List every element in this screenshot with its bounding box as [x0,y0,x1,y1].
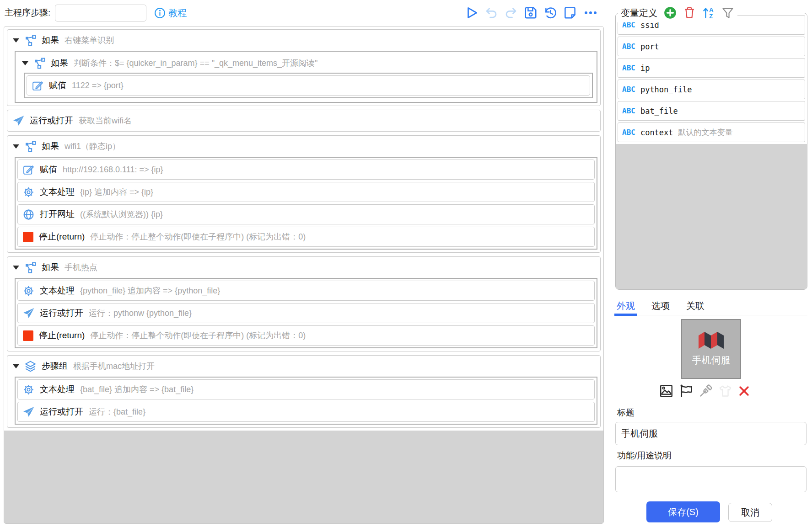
collapse-toggle-icon[interactable] [22,61,28,65]
filter-button[interactable] [721,6,734,19]
step-children: 文本处理 {bat_file} 追加内容 => {bat_file} 运行或打开… [15,377,597,425]
action-logo-icon [698,331,725,351]
collapse-toggle-icon[interactable] [13,144,19,149]
variables-panel: ABC ssid ABC port ABC ip ABC python_file… [615,13,807,290]
variable-type-badge: ABC [622,64,635,72]
collapse-toggle-icon[interactable] [13,364,19,368]
tshirt-icon[interactable] [718,384,732,398]
step-run-open[interactable]: 运行或打开 运行：{bat_file} [17,402,595,422]
steps-list: 如果 右键菜单识别 如果 判断条件：$= {quicker_in_param} … [4,27,603,431]
step-stop[interactable]: 停止(return) 停止动作：停止整个动作(即使在子程序中) (标记为出错：0… [17,325,595,346]
step-if-condition[interactable]: 如果 判断条件：$= {quicker_in_param} == "_qk_me… [17,53,595,100]
step-title: 步骤组 [42,360,68,372]
image-icon[interactable] [659,384,673,398]
globe-icon [23,209,34,220]
history-button[interactable] [543,6,557,20]
add-variable-button[interactable] [664,6,677,19]
note-button[interactable] [563,6,577,20]
step-run-open[interactable]: 运行或打开 获取当前wifi名 [7,110,601,132]
branch-icon [25,35,36,46]
title-input[interactable] [615,422,807,445]
step-if-hotspot[interactable]: 如果 手机热点 文本处理 {python_file} 追加内容 => {pyth… [7,256,601,351]
action-icon-preview[interactable]: 手机伺服 [681,319,741,379]
undo-button[interactable] [484,6,498,20]
tab-relations[interactable]: 关联 [685,297,706,315]
collapse-toggle-icon[interactable] [13,266,19,270]
step-children: 赋值 1122 => {port} [24,73,593,98]
step-title: 停止(return) [39,231,85,243]
flag-icon[interactable] [679,384,693,398]
branch-icon [25,141,36,152]
tutorial-label: 教程 [168,7,187,19]
step-title: 如果 [42,34,59,46]
step-group-mac[interactable]: 步骤组 根据手机mac地址打开 文本处理 {bat_file} 追加内容 => … [7,355,601,428]
step-assign[interactable]: 赋值 1122 => {port} [27,75,590,96]
top-bar: 主程序步骤: 教程 [4,0,604,26]
step-stop[interactable]: 停止(return) 停止动作：停止整个动作(即使在子程序中) (标记为出错：0… [17,227,595,247]
variable-type-badge: ABC [622,128,635,137]
step-text-process[interactable]: 文本处理 {ip} 追加内容 => {ip} [17,182,595,202]
save-button[interactable] [524,6,538,20]
layers-icon [25,361,36,372]
step-header[interactable]: 如果 判断条件：$= {quicker_in_param} == "_qk_me… [17,53,595,73]
step-open-url[interactable]: 打开网址 ((系统默认浏览器)) {ip} [17,204,595,224]
variables-empty-area [616,144,807,289]
step-header[interactable]: 如果 wifi1（静态ip） [7,136,600,157]
variable-row-ip[interactable]: ABC ip [618,58,805,78]
step-run-open[interactable]: 运行或打开 运行：pythonw {python_file} [17,303,595,323]
step-if-wifi1[interactable]: 如果 wifi1（静态ip） 赋值 http://192.168.0.111: … [7,135,601,253]
edit-icon [23,164,34,176]
tab-appearance[interactable]: 外观 [615,297,636,315]
step-desc: 运行：{bat_file} [89,406,145,417]
step-desc: 获取当前wifi名 [79,115,132,126]
action-icon-label: 手机伺服 [692,354,731,367]
variable-note: 默认的文本变量 [678,127,733,138]
stop-icon [23,232,33,242]
delete-variable-button[interactable] [683,6,696,19]
variables-list: ABC ssid ABC port ABC ip ABC python_file… [616,13,807,144]
step-children: 文本处理 {python_file} 追加内容 => {python_file}… [15,278,597,348]
step-title: 赋值 [49,80,66,91]
step-title: 文本处理 [40,383,75,395]
variable-row-context[interactable]: ABC context 默认的文本变量 [618,122,805,142]
sort-az-button[interactable] [702,6,715,19]
save-action-button[interactable]: 保存(S) [646,501,720,522]
step-assign[interactable]: 赋值 http://192.168.0.111: => {ip} [17,160,595,180]
step-desc: ((系统默认浏览器)) {ip} [80,209,163,220]
step-header[interactable]: 步骤组 根据手机mac地址打开 [7,356,600,377]
step-header[interactable]: 如果 右键菜单识别 [7,30,600,51]
redo-button[interactable] [504,6,518,20]
tutorial-link[interactable]: 教程 [154,7,187,19]
description-input[interactable] [615,466,807,492]
step-title: 文本处理 [40,285,75,297]
variable-type-badge: ABC [622,85,635,94]
paper-plane-icon [23,406,34,418]
step-header[interactable]: 如果 手机热点 [7,257,600,278]
steps-empty-area [4,431,603,523]
eyedropper-icon[interactable] [699,384,713,398]
description-label: 功能/用途说明 [617,450,672,462]
variable-row-port[interactable]: ABC port [618,37,805,56]
step-title: 如果 [42,140,59,152]
edit-icon [32,80,43,91]
variable-row-bat-file[interactable]: ABC bat_file [618,101,805,121]
run-button[interactable] [465,6,479,20]
step-text-process[interactable]: 文本处理 {bat_file} 追加内容 => {bat_file} [17,379,595,399]
cancel-button[interactable]: 取消 [728,503,772,522]
variable-type-badge: ABC [622,106,635,115]
step-desc: http://192.168.0.111: => {ip} [63,165,163,175]
collapse-toggle-icon[interactable] [13,38,19,43]
variables-header: 变量定义 [618,3,737,22]
tab-options[interactable]: 选项 [650,297,671,315]
step-desc: {python_file} 追加内容 => {python_file} [80,285,220,296]
gear-icon [23,285,34,297]
icon-tools [659,384,750,398]
variable-name: python_file [640,85,692,94]
step-desc: 停止动作：停止整个动作(即使在子程序中) (标记为出错：0) [90,330,306,341]
step-if-context-menu[interactable]: 如果 右键菜单识别 如果 判断条件：$= {quicker_in_param} … [7,29,601,106]
more-button[interactable] [583,6,598,20]
step-text-process[interactable]: 文本处理 {python_file} 追加内容 => {python_file} [17,281,595,301]
variable-row-python-file[interactable]: ABC python_file [618,80,805,99]
steps-search-input[interactable] [55,5,146,21]
clear-icon[interactable] [738,385,750,397]
